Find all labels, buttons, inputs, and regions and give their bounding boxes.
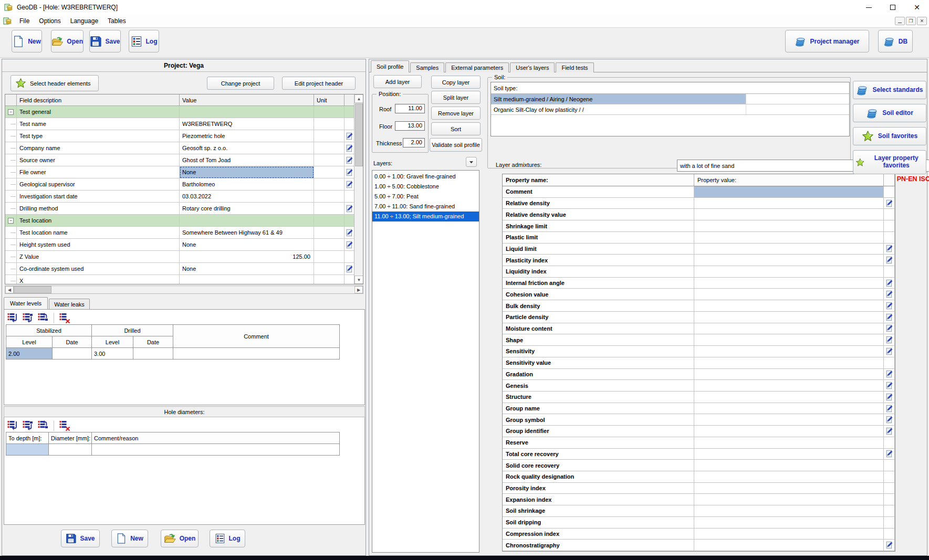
edit-property-button[interactable]: [885, 245, 893, 253]
edit-property-button[interactable]: [885, 199, 893, 207]
insert-row-button[interactable]: [22, 419, 34, 432]
edit-property-button[interactable]: [885, 370, 893, 378]
property-value-cell[interactable]: [694, 505, 884, 517]
field-value-cell[interactable]: Bartholomeo: [180, 178, 314, 191]
open-button[interactable]: Open: [51, 30, 83, 52]
property-edit-cell[interactable]: [884, 255, 895, 266]
tab-users-layers[interactable]: User's layers: [510, 62, 555, 72]
edit-cell[interactable]: [345, 203, 355, 215]
property-row[interactable]: Solid core recovery: [503, 460, 895, 471]
layer-item[interactable]: 1.00 ÷ 5.00: Cobblestone: [372, 182, 479, 192]
validate-soil-profile-button[interactable]: Validate soil profile: [430, 138, 482, 152]
property-value-cell[interactable]: [694, 255, 884, 266]
property-row[interactable]: Total core recovery: [503, 449, 895, 460]
edit-cell[interactable]: [345, 239, 355, 251]
edit-property-button[interactable]: [885, 324, 893, 333]
open-hole-button[interactable]: Open: [161, 530, 199, 547]
layers-dropdown-button[interactable]: [466, 157, 477, 167]
soil-type-row[interactable]: Organic Silt-Clay of low plasticity / /: [491, 104, 849, 115]
property-edit-cell[interactable]: [884, 300, 895, 312]
property-edit-cell[interactable]: [884, 312, 895, 323]
scroll-down-button[interactable]: ▼: [354, 276, 363, 284]
soil-editor-button[interactable]: Soil editor: [853, 104, 926, 122]
soil-favorites-button[interactable]: Soil favorites: [853, 127, 926, 145]
property-row[interactable]: Porosity index: [503, 483, 895, 494]
property-row[interactable]: Compression index: [503, 529, 895, 540]
mdi-close-button[interactable]: ✕: [917, 17, 927, 25]
property-row[interactable]: Sensitivity value: [503, 357, 895, 369]
property-edit-cell[interactable]: [884, 369, 895, 381]
property-value-cell[interactable]: [694, 244, 884, 255]
edit-property-button[interactable]: [885, 404, 893, 413]
property-row[interactable]: Particle density: [503, 312, 895, 323]
property-edit-cell[interactable]: [884, 380, 895, 392]
split-layer-button[interactable]: Split layer: [431, 91, 481, 104]
field-value-cell[interactable]: Piezometric hole: [180, 130, 314, 142]
property-value-cell[interactable]: [694, 346, 884, 357]
save-hole-button[interactable]: Save: [61, 530, 100, 547]
field-value-cell[interactable]: Somewhere Between Highway 61 & 49: [180, 227, 314, 239]
collapse-icon[interactable]: −: [8, 109, 14, 115]
property-row[interactable]: Reserve: [503, 437, 895, 449]
property-value-cell[interactable]: [694, 540, 884, 551]
field-row[interactable]: Z Value125.00: [5, 251, 363, 263]
hole-cell-comment[interactable]: [92, 444, 340, 456]
field-value-cell[interactable]: [180, 275, 314, 284]
property-value-cell[interactable]: [694, 357, 884, 369]
property-value-cell[interactable]: [694, 300, 884, 312]
new-hole-button[interactable]: New: [111, 530, 148, 547]
select-header-elements-button[interactable]: Select header elements: [11, 75, 99, 91]
minimize-button[interactable]: [857, 0, 881, 15]
property-row[interactable]: Group identifier: [503, 426, 895, 437]
water-cell-drilled-date[interactable]: [133, 348, 173, 360]
property-row[interactable]: Plastic limit: [503, 232, 895, 244]
field-value-cell[interactable]: [180, 106, 314, 118]
property-row[interactable]: Bulk density: [503, 300, 895, 312]
property-row[interactable]: Internal friction angle: [503, 278, 895, 289]
property-value-cell[interactable]: [694, 529, 884, 540]
field-value-cell[interactable]: None: [180, 263, 314, 275]
project-manager-button[interactable]: Project manager: [785, 30, 869, 52]
menu-file[interactable]: File: [15, 15, 34, 27]
hole-cell-diameter[interactable]: [49, 444, 92, 456]
edit-cell[interactable]: [345, 130, 355, 142]
edit-property-button[interactable]: [885, 336, 893, 344]
tab-water-levels[interactable]: Water levels: [4, 297, 48, 309]
property-row[interactable]: Soil shrinkage: [503, 505, 895, 517]
layer-item[interactable]: 11.00 ÷ 13.00; Silt medium-grained: [372, 212, 479, 221]
layer-item[interactable]: 7.00 ÷ 11.00: Sand fine-grained: [372, 202, 479, 212]
property-value-cell[interactable]: [694, 369, 884, 381]
property-row[interactable]: Comment: [503, 186, 895, 198]
property-value-cell[interactable]: [694, 414, 884, 426]
property-value-cell[interactable]: [694, 403, 884, 415]
property-value-cell[interactable]: [694, 198, 884, 209]
roof-input[interactable]: 11.00: [395, 104, 425, 113]
edit-property-button[interactable]: [885, 256, 893, 265]
property-edit-cell[interactable]: [884, 414, 895, 426]
water-cell-stabilized-date[interactable]: [53, 348, 92, 360]
property-value-cell[interactable]: [694, 517, 884, 529]
property-edit-cell[interactable]: [884, 403, 895, 415]
property-edit-cell[interactable]: [884, 392, 895, 403]
property-value-cell[interactable]: [694, 483, 884, 494]
duplicate-row-button[interactable]: [37, 312, 49, 324]
property-value-cell[interactable]: [694, 471, 884, 483]
field-group-row[interactable]: −Test general: [5, 106, 363, 118]
field-row[interactable]: Company nameGeosoft sp. z o.o.: [5, 142, 363, 154]
field-value-cell[interactable]: None: [180, 239, 314, 251]
scroll-right-button[interactable]: ▶: [354, 286, 363, 293]
property-value-cell[interactable]: [694, 232, 884, 244]
property-value-cell[interactable]: [694, 449, 884, 460]
property-edit-cell[interactable]: [884, 198, 895, 209]
property-row[interactable]: Liquidity index: [503, 266, 895, 278]
property-row[interactable]: Group symbol: [503, 414, 895, 426]
property-value-cell[interactable]: [694, 278, 884, 289]
field-value-cell[interactable]: 125.00: [180, 251, 314, 263]
tab-water-leaks[interactable]: Water leaks: [49, 299, 90, 309]
edit-property-button[interactable]: [885, 541, 893, 550]
menu-tables[interactable]: Tables: [103, 15, 131, 27]
tab-soil-profile[interactable]: Soil profile: [371, 60, 409, 72]
edit-field-button[interactable]: [346, 265, 354, 273]
property-edit-cell[interactable]: [884, 540, 895, 551]
property-value-cell[interactable]: [694, 209, 884, 220]
